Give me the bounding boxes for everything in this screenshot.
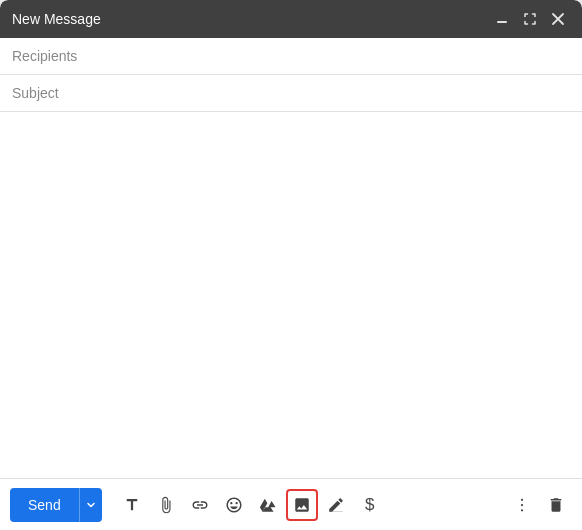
svg-rect-0 (497, 21, 507, 23)
svg-point-3 (521, 509, 523, 511)
svg-point-1 (521, 498, 523, 500)
compose-toolbar: Send (0, 478, 582, 530)
formatting-button[interactable] (116, 489, 148, 521)
message-body[interactable] (0, 112, 582, 478)
attach-button[interactable] (150, 489, 182, 521)
header-actions (490, 7, 570, 31)
photo-button[interactable] (286, 489, 318, 521)
more-options-button[interactable] (506, 489, 538, 521)
send-money-button[interactable]: $ (354, 489, 386, 521)
link-button[interactable] (184, 489, 216, 521)
close-button[interactable] (546, 7, 570, 31)
compose-title: New Message (12, 11, 101, 27)
discard-button[interactable] (540, 489, 572, 521)
emoji-button[interactable] (218, 489, 250, 521)
send-button[interactable]: Send (10, 488, 79, 522)
drive-button[interactable] (252, 489, 284, 521)
send-button-group: Send (10, 488, 102, 522)
send-dropdown-button[interactable] (79, 488, 102, 522)
svg-point-2 (521, 503, 523, 505)
recipients-input[interactable] (0, 38, 582, 75)
minimize-button[interactable] (490, 7, 514, 31)
toolbar-end (506, 489, 572, 521)
compose-window: New Message S (0, 0, 582, 530)
expand-button[interactable] (518, 7, 542, 31)
compose-header: New Message (0, 0, 582, 38)
signature-button[interactable] (320, 489, 352, 521)
subject-input[interactable] (0, 75, 582, 112)
